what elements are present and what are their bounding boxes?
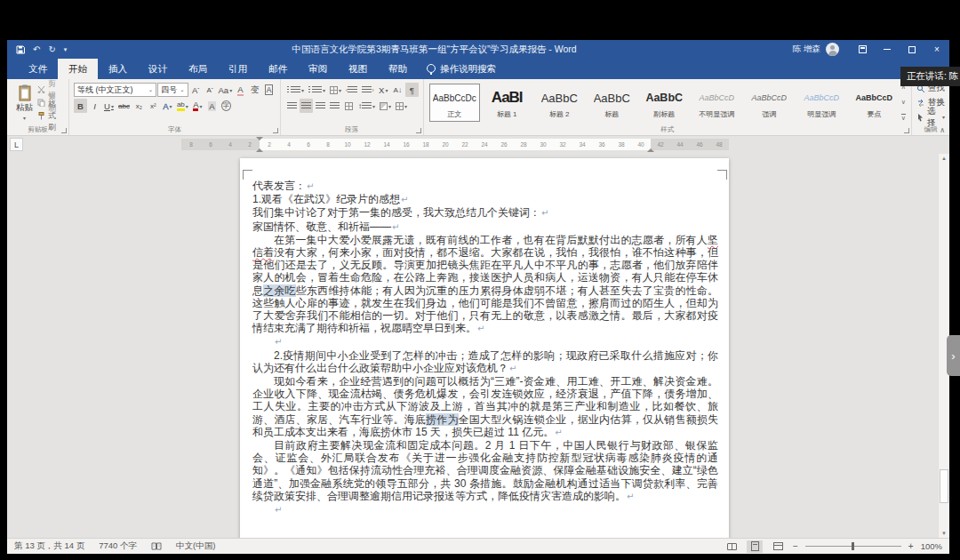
redo-icon[interactable]: ↻ xyxy=(48,44,55,54)
underline-button[interactable]: U▾ xyxy=(102,99,116,113)
strikethrough-button[interactable]: abc xyxy=(116,99,132,113)
borders-button[interactable]: ▾ xyxy=(394,99,409,113)
word-count[interactable]: 7740 个字 xyxy=(99,540,137,552)
text-effects-button[interactable]: A▾ xyxy=(161,99,174,113)
panel-expand-button[interactable]: › xyxy=(947,335,960,376)
style-标题 1[interactable]: AaBI标题 1 xyxy=(482,84,532,122)
tab-stop-selector[interactable]: L xyxy=(10,138,23,151)
avatar[interactable] xyxy=(826,43,839,56)
paragraph[interactable]: 目前政府主要解决现金流和固定成本问题。2 月 1 日下午，中国人民银行与财政部、… xyxy=(252,439,718,503)
enclose-characters-button[interactable]: 字 xyxy=(220,99,233,113)
paste-button[interactable]: 粘贴 ▾ xyxy=(12,82,37,124)
indent-marker[interactable] xyxy=(256,137,263,140)
scroll-up-icon[interactable]: ▲ xyxy=(939,156,949,161)
paragraph[interactable]: ↵ xyxy=(252,335,718,348)
horizontal-ruler[interactable]: 8642246810121416182022242628303234363840… xyxy=(181,139,729,150)
align-right-button[interactable] xyxy=(314,99,327,113)
tell-me-search[interactable]: 操作说明搜索 xyxy=(418,59,505,79)
undo-icon[interactable]: ↶ xyxy=(33,44,40,54)
zoom-out-button[interactable]: − xyxy=(793,541,798,551)
font-color-button[interactable]: A▾ xyxy=(191,99,204,113)
line-spacing-button[interactable]: ↕▾ xyxy=(356,99,377,113)
language-indicator[interactable]: 中文(中国) xyxy=(176,540,215,552)
indent-marker[interactable] xyxy=(256,148,263,152)
style-标题 2[interactable]: AaBbC标题 2 xyxy=(534,84,585,122)
ribbon-display-options-icon[interactable] xyxy=(850,40,875,59)
tab-开始[interactable]: 开始 xyxy=(58,59,98,79)
paragraph-dialog-launcher-icon[interactable] xyxy=(416,128,421,133)
tab-插入[interactable]: 插入 xyxy=(98,59,138,79)
clipboard-dialog-launcher-icon[interactable] xyxy=(61,128,67,133)
save-icon[interactable] xyxy=(16,45,25,54)
print-layout-button[interactable] xyxy=(747,540,763,553)
web-layout-button[interactable] xyxy=(770,540,786,553)
gallery-more-icon[interactable]: ∨ xyxy=(901,114,906,122)
style-正文[interactable]: AaBbCcDc正文 xyxy=(429,84,480,122)
tab-审阅[interactable]: 审阅 xyxy=(298,59,338,79)
document-page[interactable]: 代表发言：↵1.观看《在武汉》纪录片的感想↵我们集中讨论了对于第一集的感受，我大… xyxy=(240,158,729,538)
shading-button[interactable]: ▾ xyxy=(378,99,393,113)
highlight-color-button[interactable]: ab▾ xyxy=(175,99,190,113)
close-icon[interactable]: × xyxy=(924,40,949,59)
scroll-down-icon[interactable]: ▼ xyxy=(939,531,949,536)
zoom-slider-thumb[interactable] xyxy=(852,542,854,550)
scrollbar-thumb[interactable] xyxy=(940,469,948,503)
styles-dialog-launcher-icon[interactable] xyxy=(904,128,909,133)
clear-formatting-button[interactable]: A xyxy=(234,83,247,97)
justify-button[interactable] xyxy=(328,99,341,113)
italic-button[interactable]: I xyxy=(88,99,101,113)
paragraph[interactable]: 现如今看来，企业经营遇到的问题可以概括为“三难”-资金难、用工难、开工难、解决资… xyxy=(252,375,718,439)
style-强调[interactable]: AaBbCcD强调 xyxy=(744,84,795,122)
style-标题[interactable]: AaBbC标题 xyxy=(587,84,637,122)
format-painter-button[interactable]: 格式刷 xyxy=(37,109,64,123)
grow-font-button[interactable]: Aˆ xyxy=(189,83,203,97)
align-center-button[interactable] xyxy=(300,99,313,113)
gallery-down-icon[interactable]: ∨ xyxy=(901,99,906,106)
increase-indent-button[interactable]: › xyxy=(360,83,375,97)
multilevel-list-button[interactable]: ▾ xyxy=(328,83,343,97)
tab-帮助[interactable]: 帮助 xyxy=(378,59,418,79)
style-明显强调[interactable]: AaBbCcD明显强调 xyxy=(796,84,847,122)
page-indicator[interactable]: 第 13 页，共 14 页 xyxy=(14,540,84,552)
shrink-font-button[interactable]: Aˇ xyxy=(204,83,217,97)
style-要点[interactable]: AaBbCcD要点 xyxy=(849,84,900,122)
minimize-icon[interactable] xyxy=(875,40,900,59)
account-name[interactable]: 陈 增森 xyxy=(793,44,820,55)
collapse-ribbon-icon[interactable]: ∧ xyxy=(940,126,945,134)
restore-icon[interactable] xyxy=(900,40,924,59)
indent-marker[interactable] xyxy=(647,148,654,152)
paragraph[interactable]: 家国情怀、敬意、和祈福——↵ xyxy=(252,220,718,234)
align-left-button[interactable] xyxy=(285,99,299,113)
zoom-slider[interactable] xyxy=(805,546,901,547)
character-shading-button[interactable]: A xyxy=(205,99,219,113)
distribute-button[interactable] xyxy=(342,99,356,113)
paragraph[interactable]: 代表发言：↵ xyxy=(252,180,718,193)
asian-layout-button[interactable]: X▾ xyxy=(377,83,390,97)
tab-文件[interactable]: 文件 xyxy=(18,59,58,79)
zoom-level[interactable]: 100% xyxy=(921,541,942,551)
font-name-select[interactable]: 等线 (中文正文) ⌄ xyxy=(74,83,156,97)
character-border-button[interactable]: A xyxy=(262,83,276,97)
paragraph[interactable]: 2.疫情期间中小企业受到了怎样的冲击；造成了怎样的影响；现政府已采取什么措施应对… xyxy=(252,349,718,375)
font-dialog-launcher-icon[interactable] xyxy=(273,128,278,133)
style-副标题[interactable]: AaBbC副标题 xyxy=(639,84,690,122)
paragraph[interactable]: 我们集中讨论了对于第一集的感受，我大致总结几个关键词：↵ xyxy=(252,206,718,220)
paragraph[interactable]: 在第一集中大爱小爱展露无遗，既有前线的工作者，也有在背后默默付出的志愿者，所有人… xyxy=(252,234,718,336)
font-size-select[interactable]: 四号 ⌄ xyxy=(157,83,188,97)
bullet-list-button[interactable]: ▾ xyxy=(285,83,306,97)
bold-button[interactable]: B xyxy=(74,99,87,113)
read-mode-button[interactable] xyxy=(724,540,740,553)
numbered-list-button[interactable]: ▾ xyxy=(307,83,327,97)
customize-qat-icon[interactable]: ▾ xyxy=(64,46,68,53)
tab-布局[interactable]: 布局 xyxy=(178,59,218,79)
decrease-indent-button[interactable]: ‹ xyxy=(344,83,359,97)
superscript-button[interactable]: x² xyxy=(147,99,160,113)
tab-邮件[interactable]: 邮件 xyxy=(258,59,298,79)
zoom-in-button[interactable]: + xyxy=(908,541,914,551)
tab-视图[interactable]: 视图 xyxy=(338,59,378,79)
show-hide-marks-button[interactable]: ¶ xyxy=(405,83,419,97)
tab-引用[interactable]: 引用 xyxy=(218,59,258,79)
sort-button[interactable]: A↓ xyxy=(391,83,404,97)
select-button[interactable]: 选择 ▾ xyxy=(916,110,945,124)
style-不明显强调[interactable]: AaBbCcD不明显强调 xyxy=(692,84,742,122)
